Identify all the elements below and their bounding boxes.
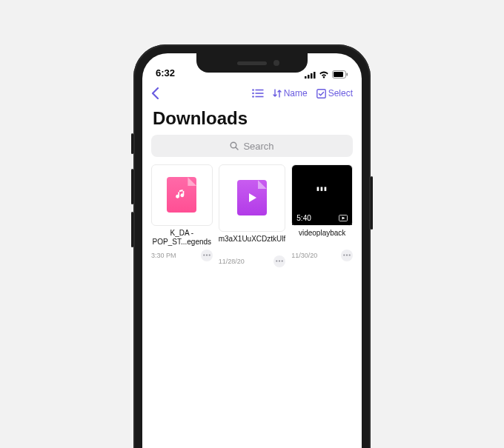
- video-badge-icon: [339, 215, 348, 221]
- video-file-icon: [237, 180, 267, 215]
- svg-point-19: [276, 260, 277, 261]
- svg-point-9: [252, 93, 254, 95]
- search-placeholder: Search: [243, 141, 273, 152]
- svg-rect-6: [347, 73, 348, 76]
- sort-label: Name: [284, 88, 308, 98]
- svg-line-15: [236, 147, 238, 150]
- svg-rect-13: [316, 89, 325, 97]
- svg-point-23: [343, 255, 345, 256]
- wifi-icon: [319, 71, 329, 78]
- video-thumb: ▮▮▮ 5:40: [291, 164, 353, 226]
- file-item[interactable]: m3aX1UuXCDztkUlf 11/28/20: [219, 164, 286, 267]
- select-button[interactable]: Select: [316, 88, 353, 98]
- toolbar: Name Select: [142, 80, 362, 107]
- svg-rect-2: [311, 73, 313, 78]
- svg-point-25: [349, 255, 351, 256]
- svg-rect-1: [308, 75, 310, 78]
- file-grid: K_DA - POP_ST...egends 3:30 PM m3aX1UuXC…: [142, 164, 362, 267]
- sort-icon: [273, 89, 282, 98]
- video-overlay-text: ▮▮▮: [316, 186, 328, 192]
- screen: 6:32 Name Select: [142, 53, 362, 448]
- file-item[interactable]: ▮▮▮ 5:40 videoplayback 11/30/20: [291, 164, 353, 267]
- more-button[interactable]: [273, 255, 285, 267]
- signal-icon: [305, 71, 316, 78]
- svg-rect-8: [255, 90, 263, 91]
- svg-point-17: [206, 255, 208, 256]
- svg-point-7: [252, 89, 254, 91]
- dots-icon: [276, 260, 283, 262]
- file-date: 3:30 PM: [151, 252, 176, 259]
- video-duration: 5:40: [296, 214, 311, 222]
- music-file-icon: [167, 177, 196, 213]
- more-button[interactable]: [341, 250, 353, 261]
- more-button[interactable]: [201, 250, 213, 261]
- file-thumb: [219, 164, 286, 232]
- svg-rect-0: [305, 76, 307, 78]
- file-date: 11/30/20: [291, 252, 317, 259]
- file-name: K_DA - POP_ST...egends: [151, 229, 213, 247]
- battery-icon: [332, 70, 348, 78]
- status-time: 6:32: [156, 67, 175, 78]
- svg-point-20: [279, 260, 280, 261]
- svg-point-24: [346, 255, 348, 256]
- svg-rect-5: [334, 72, 343, 77]
- volume-up: [131, 169, 133, 204]
- power-button: [371, 176, 373, 230]
- svg-point-16: [203, 255, 205, 256]
- search-icon: [230, 141, 239, 150]
- chevron-left-icon: [151, 87, 159, 99]
- volume-down: [131, 212, 133, 247]
- file-date: 11/28/20: [219, 258, 245, 265]
- svg-rect-3: [314, 72, 316, 78]
- dots-icon: [343, 254, 351, 256]
- svg-point-21: [282, 260, 283, 261]
- svg-rect-12: [255, 96, 263, 98]
- dots-icon: [203, 254, 210, 256]
- file-name: videoplayback: [291, 229, 353, 247]
- file-item[interactable]: K_DA - POP_ST...egends 3:30 PM: [151, 164, 213, 267]
- svg-point-11: [252, 96, 254, 98]
- file-thumb: [151, 164, 213, 226]
- select-label: Select: [328, 88, 353, 98]
- file-name: m3aX1UuXCDztkUlf: [219, 235, 286, 253]
- view-toggle-button[interactable]: [252, 89, 264, 98]
- back-button[interactable]: [151, 87, 159, 99]
- phone-frame: 6:32 Name Select: [133, 44, 371, 448]
- checkbox-icon: [316, 89, 326, 98]
- notch: [196, 53, 308, 73]
- list-icon: [252, 89, 264, 98]
- svg-rect-10: [255, 93, 263, 94]
- search-input[interactable]: Search: [151, 135, 353, 157]
- sort-button[interactable]: Name: [273, 88, 308, 98]
- svg-point-18: [208, 255, 210, 256]
- page-title: Downloads: [142, 107, 362, 135]
- status-indicators: [305, 70, 348, 78]
- mute-switch: [131, 133, 133, 154]
